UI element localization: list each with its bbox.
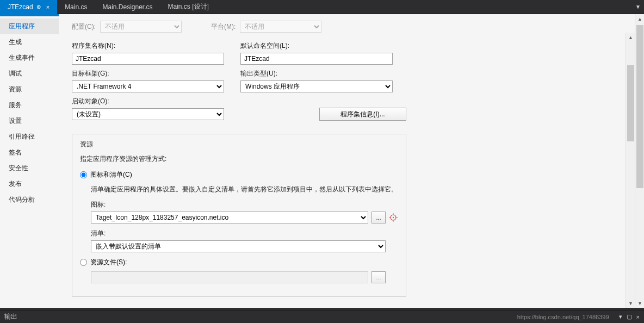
resource-file-browse-button: ...	[371, 271, 386, 283]
form-grid: 程序集名称(N): 目标框架(G): .NET Framework 4 启动对象…	[67, 41, 635, 121]
sidebar-item-publish[interactable]: 发布	[0, 176, 59, 192]
scroll-thumb[interactable]	[636, 25, 643, 188]
config-label: 配置(C):	[72, 22, 96, 32]
output-panel-label[interactable]: 输出	[4, 312, 17, 321]
config-row: 配置(C): 不适用 平台(M): 不适用	[67, 21, 635, 33]
scroll-thumb[interactable]	[627, 65, 634, 141]
tab-label: Main.Designer.cs	[102, 3, 152, 11]
close-icon[interactable]: ×	[46, 4, 49, 10]
startup-object-label: 启动对象(O):	[72, 97, 224, 106]
tab-main-design[interactable]: Main.cs [设计]	[160, 0, 216, 14]
watermark-text: https://blog.csdn.net/qq_17486399	[517, 314, 609, 320]
main-area: 应用程序 生成 生成事件 调试 资源 服务 设置 引用路径 签名 安全性 发布 …	[0, 14, 644, 308]
resource-file-label[interactable]: 资源文件(S):	[90, 258, 127, 267]
scroll-up-icon[interactable]: ▲	[635, 14, 644, 23]
sidebar-item-reference-paths[interactable]: 引用路径	[0, 129, 59, 145]
output-type-select[interactable]: Windows 应用程序	[240, 80, 393, 92]
default-namespace-input[interactable]	[240, 53, 393, 65]
sidebar-item-debug[interactable]: 调试	[0, 66, 59, 82]
sidebar-item-settings[interactable]: 设置	[0, 113, 59, 129]
sidebar-item-application[interactable]: 应用程序	[0, 18, 59, 34]
icon-manifest-label[interactable]: 图标和清单(C)	[90, 170, 132, 179]
assembly-name-input[interactable]	[72, 53, 224, 65]
resource-file-input	[91, 271, 368, 283]
scroll-down-icon[interactable]: ▼	[635, 299, 644, 308]
icon-browse-button[interactable]: ...	[371, 212, 386, 223]
default-namespace-label: 默认命名空间(L):	[240, 41, 406, 51]
icon-manifest-desc: 清单确定应用程序的具体设置。要嵌入自定义清单，请首先将它添加到项目中，然后从以下…	[91, 184, 398, 195]
startup-object-select[interactable]: (未设置)	[72, 108, 224, 120]
pin-icon[interactable]: ⊕	[36, 4, 41, 10]
resources-title: 资源	[80, 140, 398, 149]
resource-file-radio-row: 资源文件(S):	[80, 258, 398, 267]
platform-select: 不适用	[240, 21, 321, 33]
icon-select[interactable]: Taget_Icon_128px_1183257_easyicon.net.ic…	[91, 212, 368, 223]
property-sidebar: 应用程序 生成 生成事件 调试 资源 服务 设置 引用路径 签名 安全性 发布 …	[0, 14, 59, 308]
resource-file-radio[interactable]	[80, 259, 87, 266]
manifest-sublabel: 清单:	[91, 229, 398, 238]
tab-label: Main.cs [设计]	[168, 2, 209, 11]
tab-jtezcad[interactable]: JTEzcad ⊕ ×	[0, 0, 57, 14]
sidebar-item-build[interactable]: 生成	[0, 34, 59, 50]
manifest-select[interactable]: 嵌入带默认设置的清单	[91, 240, 386, 252]
icon-manifest-radio[interactable]	[80, 171, 87, 178]
target-preview-icon	[389, 213, 398, 222]
tab-bar: JTEzcad ⊕ × Main.cs Main.Designer.cs Mai…	[0, 0, 644, 14]
output-type-label: 输出类型(U):	[240, 69, 406, 78]
target-framework-select[interactable]: .NET Framework 4	[72, 80, 224, 92]
sidebar-item-code-analysis[interactable]: 代码分析	[0, 192, 59, 208]
bottom-bar: 输出 https://blog.csdn.net/qq_17486399 ▾ ▢…	[0, 310, 644, 323]
platform-label: 平台(M):	[211, 22, 236, 32]
content-panel: 配置(C): 不适用 平台(M): 不适用 程序集名称(N): 目标框架(G):…	[59, 14, 644, 308]
tab-label: JTEzcad	[8, 3, 33, 11]
tab-overflow-icon[interactable]: ▼	[635, 4, 641, 10]
tab-main-cs[interactable]: Main.cs	[57, 0, 95, 14]
content-scrollbar[interactable]: ▲ ▼	[626, 33, 635, 308]
scroll-down-icon[interactable]: ▼	[626, 299, 635, 308]
tab-main-designer[interactable]: Main.Designer.cs	[95, 0, 160, 14]
target-framework-label: 目标框架(G):	[72, 69, 224, 78]
config-select: 不适用	[100, 21, 182, 33]
sidebar-item-signing[interactable]: 签名	[0, 145, 59, 160]
scroll-up-icon[interactable]: ▲	[626, 33, 635, 42]
tab-label: Main.cs	[65, 3, 87, 11]
close-panel-icon[interactable]: ×	[636, 314, 640, 320]
dropdown-icon[interactable]: ▾	[619, 313, 622, 320]
assembly-name-label: 程序集名称(N):	[72, 41, 224, 51]
outer-scrollbar[interactable]: ▲ ▼	[635, 14, 644, 308]
icon-manifest-radio-row: 图标和清单(C)	[80, 170, 398, 179]
resources-fieldset: 资源 指定应用程序资源的管理方式: 图标和清单(C) 清单确定应用程序的具体设置…	[72, 134, 406, 297]
resources-desc: 指定应用程序资源的管理方式:	[80, 154, 398, 164]
sidebar-item-resources[interactable]: 资源	[0, 82, 59, 97]
sidebar-item-services[interactable]: 服务	[0, 97, 59, 113]
sidebar-item-security[interactable]: 安全性	[0, 160, 59, 176]
pin-icon[interactable]: ▢	[627, 313, 632, 320]
svg-point-1	[393, 217, 394, 218]
icon-sublabel: 图标:	[91, 200, 398, 209]
assembly-info-button[interactable]: 程序集信息(I)...	[319, 108, 406, 121]
sidebar-item-build-events[interactable]: 生成事件	[0, 50, 59, 66]
